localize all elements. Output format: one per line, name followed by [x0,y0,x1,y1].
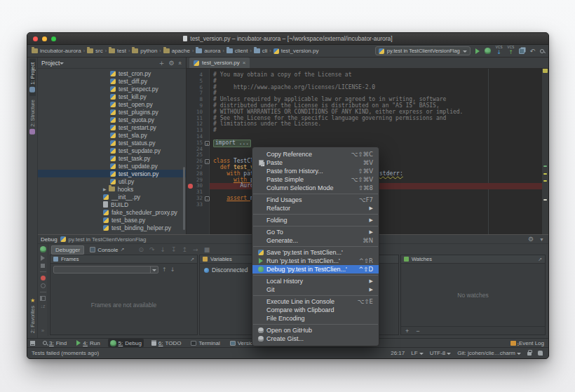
sort-frames-button[interactable]: ↓z [41,304,46,309]
tree-item[interactable]: test_supdate.py [38,147,186,154]
vcs-update-button[interactable]: VCS↓ [496,46,503,55]
stripe-mark[interactable] [543,165,547,167]
breadcrumb-item[interactable]: aurora [196,48,220,54]
tree-item[interactable]: test_open.py [38,100,186,108]
tool-window-button-run[interactable]: 4:Run [74,339,102,347]
expand-arrow-icon[interactable]: ▶ [103,187,107,191]
menu-item-git[interactable]: Git▶ [252,285,379,294]
tree-item[interactable]: test_sla.py [38,131,186,139]
editor-line[interactable]: 4# You may obtain a copy of the License … [187,72,548,79]
menu-item-paste[interactable]: Paste⌘V [252,158,379,167]
tool-stripe-structure[interactable]: 2: Structure [29,96,36,138]
menu-item-save-py-test-in-testclien[interactable]: Save 'py.test in TestClien...' [252,248,379,257]
hide-stripe-icon[interactable]: » [41,327,44,334]
step-out-button[interactable]: ↥ [182,246,188,253]
menu-item-create-gist[interactable]: Create Gist... [252,334,379,343]
fold-column[interactable]: + [205,141,210,146]
menu-item-copy-reference[interactable]: Copy Reference⌥⇧⌘C [252,150,379,158]
tool-window-switcher-icon[interactable] [30,341,35,346]
tree-item[interactable]: test_diff.py [38,77,186,85]
line-ending-select[interactable]: LF [411,350,423,356]
tree-item[interactable]: test_inspect.py [38,85,186,93]
run-configuration-select[interactable]: py.test in TestClientVersionFlag [375,46,471,55]
run-button[interactable] [475,48,480,54]
close-icon[interactable]: × [243,60,246,66]
tree-item[interactable]: test_quota.py [38,116,186,123]
menu-item-run-py-test-in-testclien[interactable]: Run 'py.test in TestClien...'^⇧R [252,257,379,265]
tree-item[interactable]: test_status.py [38,139,186,147]
tab-console[interactable]: Console ↗ [86,245,128,255]
menu-item-file-encoding[interactable]: File Encoding [252,314,379,323]
menu-item-local-history[interactable]: Local History▶ [252,277,379,285]
stripe-mark[interactable] [543,173,547,175]
close-button[interactable] [33,36,38,41]
editor-line[interactable]: 13# [187,128,548,134]
menu-item-find-usages[interactable]: Find Usages⌥F7 [252,196,379,204]
menu-item-debug-py-test-in-testclien[interactable]: Debug 'py.test in TestClien...'^⇧D [252,265,379,273]
breadcrumb-item[interactable]: test_version.py [273,48,319,54]
menu-item-refactor[interactable]: Refactor▶ [252,204,379,212]
tree-item[interactable]: test_update.py [38,162,186,170]
breadcrumb-item[interactable]: incubator-aurora [32,48,81,54]
status-message[interactable]: Tests failed (moments ago) [32,350,99,356]
tree-item[interactable]: test_plugins.py [38,108,186,116]
encoding-select[interactable]: UTF-8 [430,350,452,356]
previous-frame-button[interactable]: ↑ [162,266,167,273]
menu-item-folding[interactable]: Folding▶ [252,216,379,224]
breadcrumb-item[interactable]: python [132,48,157,54]
settings-gear-icon[interactable]: ⚙ [168,60,174,67]
tree-item[interactable]: __init__.py [38,193,186,201]
menu-item-paste-from-history[interactable]: Paste from History...⇧⌘V [252,167,379,175]
stripe-mark[interactable] [543,199,547,201]
project-panel-title[interactable]: Project [41,60,60,67]
minimize-button[interactable] [42,36,47,41]
caret-position[interactable]: 26:17 [391,350,405,356]
fold-column[interactable]: − [205,159,210,164]
step-over-button[interactable]: ↷ [149,246,155,253]
window-titlebar[interactable]: test_version.py – incubator-aurora – [~/… [27,33,548,45]
menu-item-open-on-github[interactable]: Open on GitHub [252,326,379,334]
float-icon[interactable]: ↗ [538,257,542,262]
editor-line[interactable]: 12# limitations under the License. [187,121,548,128]
changes-icon[interactable] [519,48,525,54]
tab-debugger[interactable]: Debugger [51,245,84,255]
chevron-down-icon[interactable] [60,62,64,67]
breadcrumb-item[interactable]: client [226,48,248,54]
zoom-button[interactable] [51,36,56,41]
write-lock-icon[interactable] [527,352,532,356]
settings-gear-icon[interactable]: ⚙ [528,236,534,243]
next-frame-button[interactable]: ↓ [170,266,175,273]
line-number[interactable]: 33 [187,202,205,208]
rerun-debug-button[interactable] [40,246,46,252]
tree-item[interactable]: ▶hooks [38,185,186,193]
pause-output-button[interactable]: ■ [204,246,210,253]
vcs-commit-button[interactable]: VCS↑ [508,46,515,55]
breadcrumb-item[interactable]: test [109,48,126,54]
menu-item-generate[interactable]: Generate...⌘N [252,236,379,245]
float-icon[interactable]: ↗ [190,257,194,262]
restore-layout-button[interactable] [40,296,46,301]
tree-item[interactable]: BUILD [38,201,186,208]
stop-button[interactable] [41,264,45,268]
run-to-cursor-button[interactable]: → [193,246,198,253]
tree-item[interactable]: fake_scheduler_proxy.py [38,208,186,216]
tree-item[interactable]: test_task.py [38,154,186,162]
fold-collapse-icon[interactable]: − [205,196,210,201]
editor-line[interactable]: 6# http://www.apache.org/licenses/LICENS… [187,85,548,91]
breakpoint-icon[interactable] [188,184,193,189]
tool-window-button-todo[interactable]: 6:TODO [149,339,184,347]
tree-item[interactable]: test_version.py [38,170,186,177]
highlighting-level-icon[interactable] [538,351,543,356]
undo-icon[interactable]: ↶ [529,48,535,55]
scrollbar[interactable] [183,167,185,230]
tree-item[interactable]: test_restart.py [38,123,186,131]
event-log-button[interactable]: Event Log [519,340,544,346]
view-breakpoints-button[interactable] [41,276,46,281]
remove-watch-button[interactable]: − [416,327,419,334]
menu-item-execute-line-in-console[interactable]: Execute Line in Console⌥⇧E [252,297,379,306]
debug-button[interactable] [485,48,491,54]
fold-column[interactable]: − [205,196,210,201]
menu-item-paste-simple[interactable]: Paste Simple⌥⇧⌘V [252,175,379,184]
inspection-status-icon[interactable] [543,69,548,73]
tree-item[interactable]: test_kill.py [38,93,186,100]
